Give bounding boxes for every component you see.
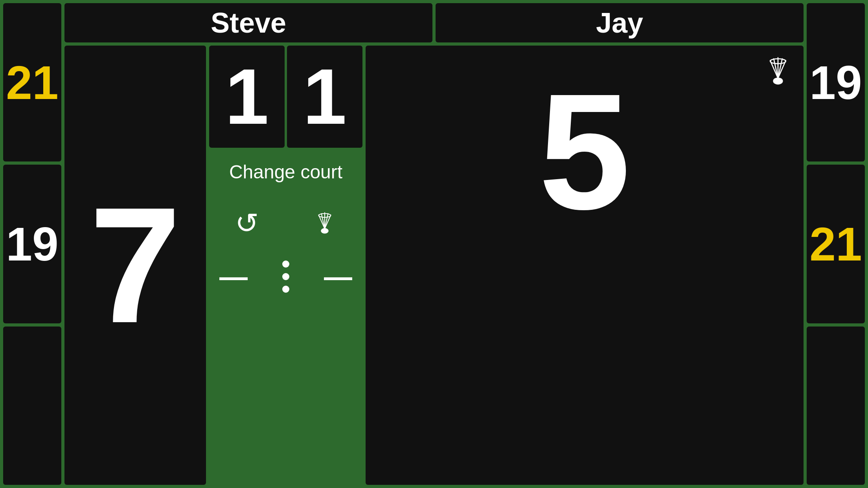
- left-sidebar: 21 19: [3, 3, 61, 485]
- right-sidebar: 19 21: [807, 3, 865, 485]
- right-set2-score: 21: [809, 220, 862, 268]
- svg-line-11: [778, 59, 782, 79]
- svg-line-4: [325, 214, 328, 229]
- serve-shuttlecock-icon: [760, 53, 796, 89]
- app-layout: 21 19 Steve Jay 7: [0, 0, 868, 488]
- right-score-set3: [807, 327, 865, 485]
- shuttlecock-button[interactable]: [287, 196, 362, 251]
- minus-left-button[interactable]: —: [209, 253, 258, 300]
- control-panel: 1 1 Change court ↺: [209, 46, 362, 485]
- svg-line-2: [322, 214, 325, 229]
- shuttlecock-icon: [311, 209, 338, 237]
- left-score-set1: 21: [3, 3, 61, 161]
- minus-right-icon: —: [324, 261, 352, 293]
- center-column: Steve Jay 7 1 1: [64, 3, 804, 485]
- header-row: Steve Jay: [64, 3, 804, 42]
- left-player-name: Steve: [211, 7, 286, 39]
- right-score-set2: 21: [807, 165, 865, 323]
- set-score-left: 1: [209, 46, 285, 148]
- right-player-header: Jay: [436, 3, 804, 42]
- change-court-label: Change court: [229, 161, 342, 183]
- set-number-left: 1: [225, 57, 268, 136]
- right-score-set1: 19: [807, 3, 865, 161]
- left-player-score-panel[interactable]: 7: [64, 46, 206, 485]
- svg-line-9: [774, 59, 778, 79]
- undo-icon: ↺: [235, 207, 259, 240]
- score-adjust-row: — —: [209, 253, 362, 300]
- right-current-score: 5: [539, 69, 631, 234]
- left-current-score: 7: [89, 183, 181, 348]
- left-score-set2: 19: [3, 165, 61, 323]
- minus-right-button[interactable]: —: [314, 253, 362, 300]
- minus-left-icon: —: [219, 261, 248, 293]
- serve-indicator: [760, 53, 796, 96]
- right-set1-score: 19: [809, 59, 862, 106]
- left-set2-score: 19: [6, 220, 58, 268]
- change-court-button[interactable]: Change court: [209, 150, 362, 193]
- action-row: ↺: [209, 196, 362, 251]
- menu-button[interactable]: [260, 253, 311, 300]
- set-score-right: 1: [287, 46, 362, 148]
- content-row: 7 1 1 Change court: [64, 46, 804, 485]
- right-player-score-panel[interactable]: 5: [366, 46, 804, 485]
- three-dots-icon: [282, 261, 289, 293]
- set-number-right: 1: [303, 57, 346, 136]
- left-score-set3: [3, 327, 61, 485]
- undo-button[interactable]: ↺: [209, 196, 285, 251]
- left-player-header: Steve: [64, 3, 432, 42]
- left-set1-score: 21: [6, 59, 58, 106]
- sets-row: 1 1: [209, 46, 362, 148]
- right-player-name: Jay: [596, 7, 643, 39]
